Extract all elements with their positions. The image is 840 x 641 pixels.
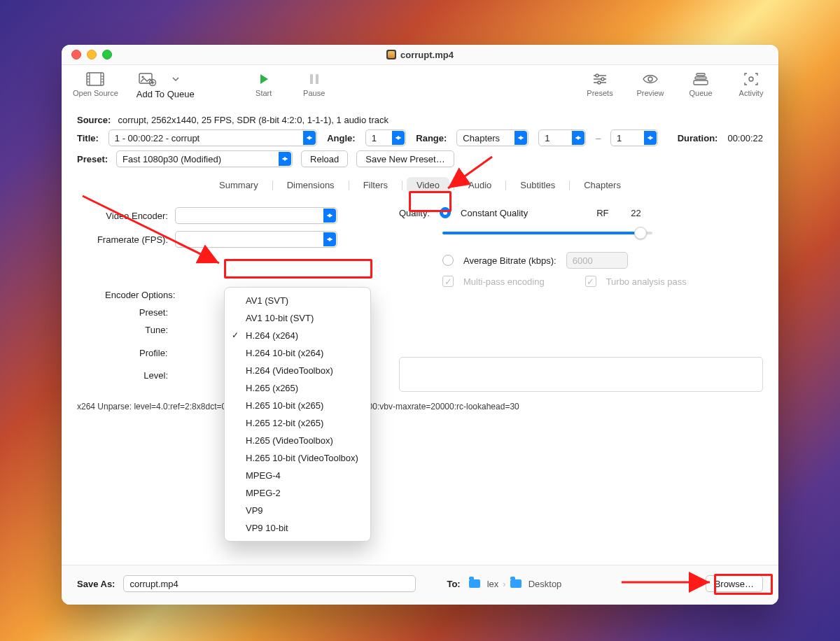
svg-line-27 <box>83 196 219 263</box>
annotation-arrow <box>62 45 778 605</box>
app-window: corrupt.mp4 Open Source <box>62 45 778 605</box>
svg-line-28 <box>448 157 492 188</box>
